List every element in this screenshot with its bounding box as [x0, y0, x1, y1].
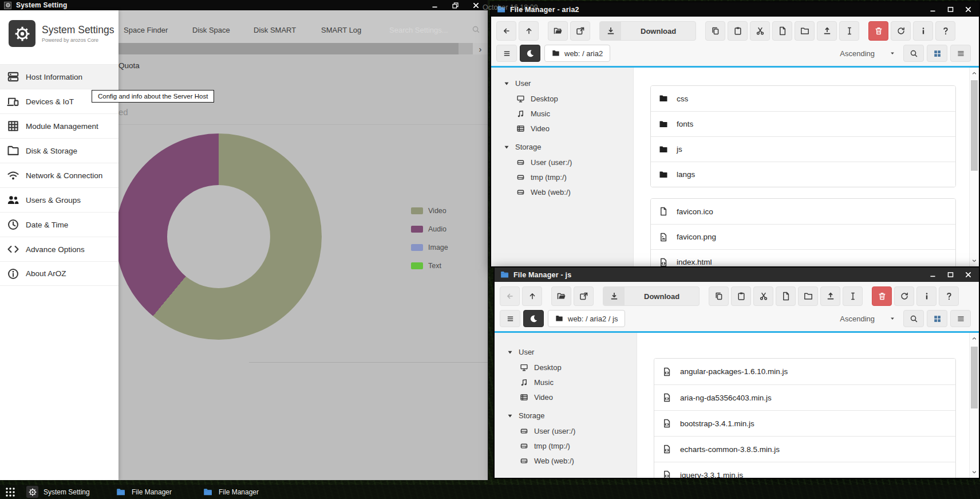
- sidebar-item[interactable]: Advance Options: [0, 237, 118, 261]
- tab-disk-smart[interactable]: Disk SMART: [254, 26, 296, 34]
- scrollbar-thumb[interactable]: [118, 43, 459, 54]
- view-control-button[interactable]: [903, 45, 924, 62]
- sidebar-item[interactable]: Disk & Storage: [0, 138, 118, 163]
- delete-button[interactable]: [868, 21, 888, 41]
- scrollbar-thumb[interactable]: [971, 80, 978, 171]
- Text[interactable]: Text: [411, 262, 448, 269]
- favicon.ico[interactable]: favicon.ico: [651, 199, 955, 224]
- back-button[interactable]: [496, 21, 516, 41]
- up-button[interactable]: [522, 286, 542, 306]
- tree-item[interactable]: User (user:/): [491, 155, 633, 170]
- sidebar-item[interactable]: Host Information: [0, 64, 118, 89]
- tree-item[interactable]: Storage: [491, 139, 633, 155]
- rename-button[interactable]: [839, 21, 859, 41]
- breadcrumb[interactable]: web: / aria2: [544, 45, 610, 62]
- taskbar-item[interactable]: System Setting: [26, 486, 90, 498]
- tree-item[interactable]: User (user:/): [495, 423, 637, 438]
- back-button[interactable]: [500, 286, 520, 306]
- download-button[interactable]: Download: [599, 21, 696, 41]
- scrollbar-thumb[interactable]: [971, 347, 978, 408]
- properties-button[interactable]: [913, 21, 933, 41]
- view-control-button[interactable]: [950, 45, 971, 62]
- index.html[interactable]: index.html: [651, 249, 955, 266]
- tree-item[interactable]: Desktop: [491, 91, 633, 106]
- taskbar-item[interactable]: File Manager: [114, 486, 172, 498]
- langs[interactable]: langs: [651, 162, 955, 187]
- tree-item[interactable]: Web (web:/): [495, 453, 637, 468]
- apps-grid-icon[interactable]: [5, 486, 16, 498]
- window-control-button[interactable]: [928, 271, 936, 279]
- cut-button[interactable]: [750, 21, 770, 41]
- copy-button[interactable]: [709, 286, 729, 306]
- upload-button[interactable]: [817, 21, 837, 41]
- view-control-button[interactable]: [927, 45, 947, 62]
- view-control-button[interactable]: [927, 310, 947, 327]
- scroll-down-icon[interactable]: [971, 469, 978, 476]
- jquery-3.3.1.min.js[interactable]: jquery-3.3.1.min.js: [654, 462, 955, 478]
- new-file-button[interactable]: [772, 21, 792, 41]
- scroll-down-icon[interactable]: [971, 257, 978, 264]
- tree-item[interactable]: User: [495, 344, 637, 360]
- sort-dropdown[interactable]: Ascending: [840, 49, 895, 58]
- window-control-button[interactable]: [964, 271, 972, 279]
- bootstrap-3.4.1.min.js[interactable]: bootstrap-3.4.1.min.js: [654, 410, 955, 436]
- css[interactable]: css: [651, 86, 955, 111]
- download-button[interactable]: Download: [603, 286, 700, 306]
- window-control-button[interactable]: [946, 6, 954, 14]
- tab-space-finder[interactable]: Space Finder: [124, 26, 168, 34]
- paste-button[interactable]: [731, 286, 751, 306]
- help-button[interactable]: [939, 286, 959, 306]
- nav-button[interactable]: [500, 310, 520, 327]
- tree-item[interactable]: Web (web:/): [491, 184, 633, 199]
- tabs-horizontal-scrollbar[interactable]: ›: [118, 43, 488, 54]
- Image[interactable]: Image: [411, 243, 448, 251]
- settings-titlebar[interactable]: System Setting: [0, 0, 488, 10]
- Video[interactable]: Video: [411, 207, 448, 214]
- window-control-button[interactable]: [946, 271, 954, 279]
- tree-item[interactable]: Video: [495, 390, 637, 404]
- paste-button[interactable]: [728, 21, 748, 41]
- nav-button[interactable]: [523, 310, 544, 327]
- tree-item[interactable]: Music: [491, 106, 633, 121]
- scroll-up-icon[interactable]: [971, 335, 978, 342]
- window-control-button[interactable]: [964, 6, 972, 14]
- js[interactable]: js: [651, 136, 955, 162]
- tree-item[interactable]: User: [491, 76, 633, 91]
- fm2-vertical-scrollbar[interactable]: [969, 333, 979, 478]
- favicon.png[interactable]: favicon.png: [651, 224, 955, 249]
- echarts-common-3.8.5.min.js[interactable]: echarts-common-3.8.5.min.js: [654, 436, 955, 462]
- open-button[interactable]: [548, 21, 568, 41]
- delete-button[interactable]: [872, 286, 892, 306]
- tree-item[interactable]: Video: [491, 121, 633, 136]
- sidebar-item[interactable]: Module Management: [0, 113, 118, 138]
- window-control-button[interactable]: [928, 6, 936, 14]
- sort-dropdown[interactable]: Ascending: [840, 315, 895, 323]
- fm1-titlebar[interactable]: File Manager - aria2: [491, 2, 979, 17]
- tree-item[interactable]: Desktop: [495, 360, 637, 375]
- upload-button[interactable]: [820, 286, 840, 306]
- tabs-scroll-right-button[interactable]: ›: [473, 43, 488, 54]
- sidebar-item[interactable]: About ArOZ: [0, 261, 118, 286]
- nav-button[interactable]: [520, 45, 540, 62]
- new-folder-button[interactable]: [795, 21, 815, 41]
- open-new-window-button[interactable]: [574, 286, 594, 306]
- fonts[interactable]: fonts: [651, 111, 955, 136]
- tab-smart-log[interactable]: SMART Log: [321, 26, 361, 34]
- aria-ng-da5356c403.min.js[interactable]: aria-ng-da5356c403.min.js: [654, 384, 955, 410]
- rename-button[interactable]: [843, 286, 863, 306]
- cut-button[interactable]: [753, 286, 773, 306]
- view-control-button[interactable]: [903, 310, 924, 327]
- taskbar-item[interactable]: File Manager: [201, 486, 259, 498]
- refresh-button[interactable]: [894, 286, 914, 306]
- copy-button[interactable]: [705, 21, 725, 41]
- window-control-button[interactable]: [451, 1, 459, 9]
- sidebar-item[interactable]: Network & Connection: [0, 163, 118, 187]
- tree-item[interactable]: Music: [495, 375, 637, 390]
- new-file-button[interactable]: [776, 286, 796, 306]
- open-new-window-button[interactable]: [570, 21, 590, 41]
- window-control-button[interactable]: [430, 1, 438, 9]
- scroll-up-icon[interactable]: [971, 70, 978, 77]
- sidebar-item[interactable]: Users & Groups: [0, 187, 118, 212]
- help-button[interactable]: [935, 21, 955, 41]
- breadcrumb[interactable]: web: / aria2 / js: [548, 310, 625, 327]
